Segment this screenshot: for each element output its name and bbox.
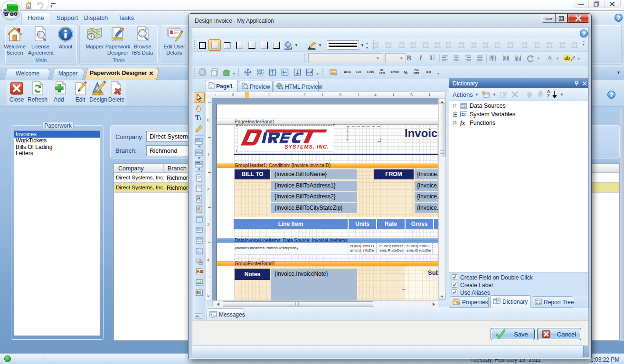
svg-text:?: ? [582, 31, 586, 37]
svg-text:?: ? [617, 15, 620, 21]
svg-text:A: A [198, 207, 200, 210]
svg-text:?: ? [610, 92, 613, 98]
svg-text:A: A [198, 196, 200, 200]
svg-text:SYSTEMS, INC.: SYSTEMS, INC. [284, 144, 329, 149]
svg-text:123: 123 [198, 294, 200, 296]
